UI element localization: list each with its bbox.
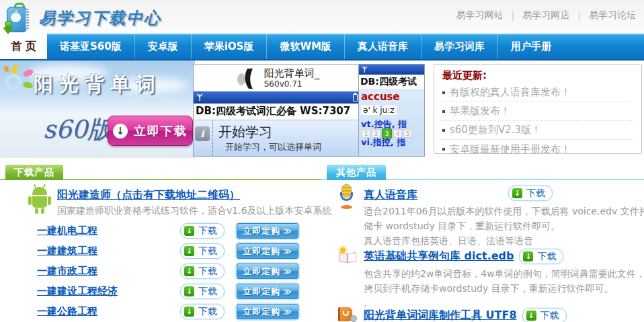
order-now-button[interactable]: 立即定购 ≫ — [237, 243, 298, 259]
download-row: 一建市政工程 ↓ 下载 立即定购 ≫ — [0, 262, 321, 282]
double-chevron-icon: ≫ — [283, 247, 292, 256]
phone2-phonetic: ə' k ju:z — [361, 106, 397, 115]
course-link-shizheng[interactable]: 一建市政工程 — [37, 265, 97, 278]
download-arrow-icon: ↓ — [526, 311, 536, 321]
update-item[interactable]: 苹果版发布！ — [442, 102, 633, 121]
microphone-icon — [338, 184, 356, 210]
info-icon: i — [195, 126, 210, 141]
tab-download-products[interactable]: 下载产品 — [5, 165, 63, 180]
page: 易学习下载中心 易学习网站 | 易学习网店 | 易学习论坛 首 页 诺基亚S60… — [0, 0, 644, 322]
link-website[interactable]: 易学习网站 — [456, 9, 504, 22]
download-row: 一建建筑工程 ↓ 下载 立即定购 ≫ — [0, 242, 321, 262]
phone-screenshot-2: DB:四级考试 accuse ə' k ju:z vt.控告, 指 1 2 3 … — [358, 64, 425, 157]
signal-icon — [362, 66, 368, 73]
link-divider: | — [577, 10, 581, 21]
download-button[interactable]: ↓ 下载 — [180, 284, 225, 299]
wrench-icon — [350, 315, 357, 322]
download-button[interactable]: ↓ 下载 — [508, 186, 553, 201]
nav-tab-voice-library[interactable]: 真人语音库 — [344, 34, 421, 59]
phone1-app-name: 阳光背单词_ — [264, 68, 320, 79]
phone1-selected-menu[interactable]: i 开始学习 开始学习，可以选择单词 — [194, 120, 360, 157]
nav-tab-manual[interactable]: 用户手册 — [497, 34, 564, 59]
double-chevron-icon: ≫ — [283, 267, 292, 276]
update-item[interactable]: s60更新到V2.3版！ — [442, 121, 633, 140]
banner-download-button[interactable]: ↓ 立即下载 — [108, 116, 193, 146]
phone2-db-line: DB:四级考试 — [359, 75, 424, 89]
course-link-jingji[interactable]: 一建建设工程经济 — [37, 285, 118, 298]
download-arrow-icon: ↓ — [184, 226, 194, 236]
double-chevron-icon: ≫ — [283, 287, 292, 296]
main-nav: 首 页 诺基亚S60版 安卓版 苹果iOS版 微软WM版 真人语音库 易学习词库… — [0, 34, 644, 61]
double-chevron-icon: ≫ — [283, 227, 292, 236]
download-button[interactable]: ↓ 下载 — [180, 264, 225, 279]
download-row: 一建公路工程 ↓ 下载 立即定购 ≫ — [0, 303, 321, 322]
download-arrow-icon: ↓ — [512, 188, 522, 198]
nav-tab-ios[interactable]: 苹果iOS版 — [191, 34, 267, 59]
course-link-jianzhu[interactable]: 一建建筑工程 — [37, 245, 97, 257]
battery-icon — [353, 94, 358, 102]
bullet-icon — [442, 110, 445, 113]
recent-updates-title: 最近更新: — [442, 69, 633, 82]
phone2-body: accuse ə' k ju:z vt.控告, 指 1 2 3 4 5 vi.指… — [359, 89, 424, 157]
apple-glyph-icon — [11, 13, 21, 22]
download-button[interactable]: ↓ 下载 — [180, 223, 225, 239]
bullet-icon — [442, 129, 445, 132]
phone2-word: accuse — [361, 91, 424, 103]
bullet-icon — [442, 148, 445, 151]
nav-tab-wm[interactable]: 微软WM版 — [266, 34, 344, 59]
page-button-1[interactable]: 1 — [362, 129, 370, 138]
other-products: 真人语音库 ↓ 下载 适合2011年06月以后版本的软件使用，下载后将 voic… — [321, 182, 644, 322]
page-button-5[interactable]: 5 — [403, 129, 412, 138]
voice-library-link[interactable]: 真人语音库 — [364, 188, 417, 202]
download-arrow-icon: ↓ — [184, 286, 194, 296]
book-icon — [338, 247, 357, 265]
nav-tab-home[interactable]: 首 页 — [0, 34, 47, 59]
order-now-button[interactable]: 立即定购 ≫ — [237, 223, 298, 239]
link-store[interactable]: 易学习网店 — [522, 9, 569, 22]
phone2-statusbar — [359, 65, 424, 75]
phone-screenshot-1: 阳光背单词_ S60v0.71 DB:四级考试词汇必备 WS:7307 i 开始… — [193, 64, 361, 157]
course-link-gonglu[interactable]: 一建公路工程 — [37, 305, 97, 318]
example-db-description: 包含共享的约2w单词音标，4w单词的例句，简明词典需要此文件，下 拷贝到手机存储… — [364, 266, 644, 311]
page-button-3-active[interactable]: 3 — [382, 128, 392, 138]
update-item[interactable]: 安卓版最新使用手册发布！ — [442, 140, 633, 159]
app-logo-icon — [235, 67, 257, 89]
banner-subtitle: s60版 — [43, 113, 112, 147]
nav-tab-android[interactable]: 安卓版 — [134, 34, 191, 59]
banner-title: 阳光背单词 — [0, 71, 195, 98]
wordlist-tool-link[interactable]: 阳光背单词词库制作工具 UTF8 — [364, 309, 517, 322]
site-logo[interactable]: 易学习下载中心 — [4, 3, 161, 33]
order-now-button[interactable]: 立即定购 ≫ — [237, 264, 298, 279]
product-title-link[interactable]: 阳光建造师（点击有下载地址二维码） — [57, 188, 240, 202]
top-links: 易学习网站 | 易学习网店 | 易学习论坛 — [456, 9, 636, 22]
download-button[interactable]: ↓ 下载 — [522, 308, 567, 322]
course-link-jidian[interactable]: 一建机电工程 — [37, 225, 97, 237]
zipper-icon — [26, 9, 29, 30]
signal-icon — [196, 93, 203, 102]
download-button[interactable]: ↓ 下载 — [519, 249, 563, 264]
example-db-link[interactable]: 英语基础共享例句库 dict.edb — [364, 249, 514, 264]
product-description: 国家建造师职业资格考试练习软件，适合v1.6及以上版本安卓系统 — [57, 205, 332, 217]
order-now-button[interactable]: 立即定购 ≫ — [237, 284, 298, 299]
download-arrow-icon: ↓ — [113, 124, 128, 138]
nav-tab-dictionary[interactable]: 易学习词库 — [421, 34, 497, 59]
page-button-4[interactable]: 4 — [393, 129, 402, 138]
download-button[interactable]: ↓ 下载 — [180, 304, 225, 319]
backpack-logo-icon — [4, 3, 34, 33]
wordlist-tool-icon — [338, 307, 357, 322]
android-icon — [28, 186, 51, 214]
update-item[interactable]: 有版权的真人语音库发布！ — [442, 83, 633, 102]
link-forum[interactable]: 易学习论坛 — [589, 9, 636, 22]
tab-other-products[interactable]: 其他产品 — [327, 165, 386, 180]
phone1-app-version: S60v0.71 — [264, 79, 320, 89]
header: 易学习下载中心 易学习网站 | 易学习网店 | 易学习论坛 — [0, 0, 644, 35]
voice-library-description: 适合2011年06月以后版本的软件使用，下载后将 voice.edv 文件拷 储… — [364, 204, 644, 248]
download-arrow-icon: ↓ — [184, 266, 194, 276]
nav-tab-nokia-s60[interactable]: 诺基亚S60版 — [47, 34, 134, 59]
phone1-statusbar — [194, 91, 360, 104]
order-now-button[interactable]: 立即定购 ≫ — [237, 304, 298, 319]
download-button[interactable]: ↓ 下载 — [180, 243, 225, 259]
site-title: 易学习下载中心 — [39, 7, 161, 29]
phone1-menu-desc: 开始学习，可以选择单词 — [218, 141, 321, 153]
page-button-2[interactable]: 2 — [372, 129, 380, 138]
